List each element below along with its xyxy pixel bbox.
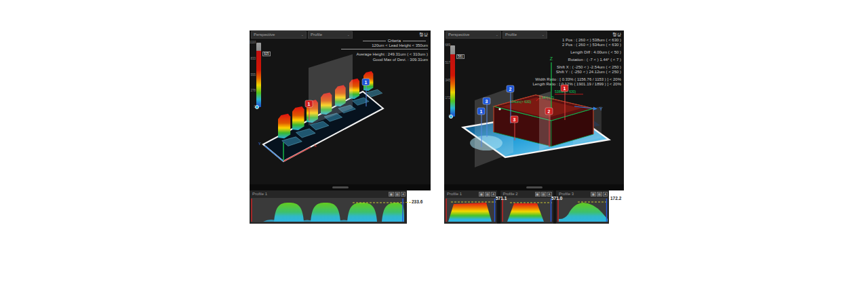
- flag-label: 3: [513, 117, 516, 122]
- right-profile-panel-3: Profile 3 ▦ ▤ A: [556, 190, 609, 224]
- right-profile-chart-2[interactable]: [502, 198, 552, 222]
- profile-toolbar: ▦ ▤ A: [389, 192, 406, 197]
- left-splitter-handle[interactable]: [332, 186, 349, 188]
- left-3d-panel: Perspective ⌄ Profile ⌄ 형상 Criteria 120u…: [250, 31, 431, 184]
- left-splitter: [250, 184, 431, 190]
- axis-y-label: Y: [258, 142, 261, 146]
- workspace: Perspective ⌄ Profile ⌄ 형상 Criteria 120u…: [0, 0, 868, 284]
- layers-icon[interactable]: ▤: [395, 192, 400, 197]
- right-profile3-value: 172.2: [610, 196, 621, 201]
- axis-z-label: Z: [550, 56, 553, 61]
- layers-icon[interactable]: ▤: [597, 192, 602, 197]
- right-profile-chart-1[interactable]: [446, 198, 496, 222]
- left-profile-value: 233.6: [412, 199, 422, 204]
- flag-label: 3: [486, 99, 488, 104]
- left-3d-viewport[interactable]: X Y 1 1: [250, 31, 431, 184]
- section-plane[interactable]: [539, 92, 551, 150]
- left-profile-panel: Profile 1 ▦ ▤ A: [250, 190, 407, 224]
- flag-label: 1: [564, 86, 566, 91]
- flag-label: 1: [480, 109, 483, 114]
- rotation-label: 1.44°(< 7): [539, 96, 554, 100]
- axis-x-label: X: [314, 144, 317, 148]
- grid-icon[interactable]: ▦: [591, 192, 596, 197]
- right-splitter-handle[interactable]: [526, 186, 542, 188]
- dashed-leader-line: [406, 202, 411, 203]
- right-splitter: [444, 184, 624, 190]
- flag-label: 2: [509, 87, 512, 92]
- layers-icon[interactable]: ▤: [541, 192, 547, 197]
- right-3d-panel: Perspective ⌄ Profile ⌄ 형상 1 Pos : ( 260…: [444, 31, 624, 184]
- right-profile-panel-1: Profile 1 ▦ ▤ A: [444, 190, 497, 224]
- right-profile-strip: Profile 1 ▦ ▤ A: [444, 190, 609, 224]
- auto-scale-button[interactable]: A: [401, 192, 406, 197]
- right-profile-panel-2: Profile 2 ▦ ▤ A: [500, 190, 553, 224]
- flag-label: 2: [548, 109, 551, 114]
- flag-label: 1: [308, 102, 311, 106]
- reference-point: [498, 108, 500, 110]
- grid-icon[interactable]: ▦: [535, 192, 540, 197]
- profile-toolbar: ▦ ▤ A: [479, 192, 496, 197]
- axis-y-label: Y: [599, 106, 603, 111]
- layers-icon[interactable]: ▤: [485, 192, 490, 197]
- profile-toolbar: ▦ ▤ A: [591, 192, 608, 197]
- right-profile2-value: 571.0: [551, 196, 562, 201]
- length-2pos-label: 534um(< 630): [510, 100, 532, 104]
- right-profile1-value: 571.1: [496, 196, 507, 201]
- profile-panel-title: Profile 1: [447, 192, 462, 196]
- right-profile-chart-3[interactable]: [557, 198, 608, 222]
- profile-toolbar: ▦ ▤ A: [535, 192, 552, 197]
- left-profile-chart[interactable]: [251, 198, 404, 222]
- grid-icon[interactable]: ▦: [389, 192, 394, 197]
- auto-scale-button[interactable]: A: [491, 192, 496, 197]
- auto-scale-button[interactable]: A: [603, 192, 608, 197]
- flag-label: 1: [365, 80, 368, 85]
- profile-panel-title: Profile 1: [252, 192, 267, 196]
- right-3d-viewport[interactable]: Z Y 534um(< 630) 1.44°(< 7) 538um(< 630)…: [444, 31, 624, 184]
- grid-icon[interactable]: ▦: [479, 192, 484, 197]
